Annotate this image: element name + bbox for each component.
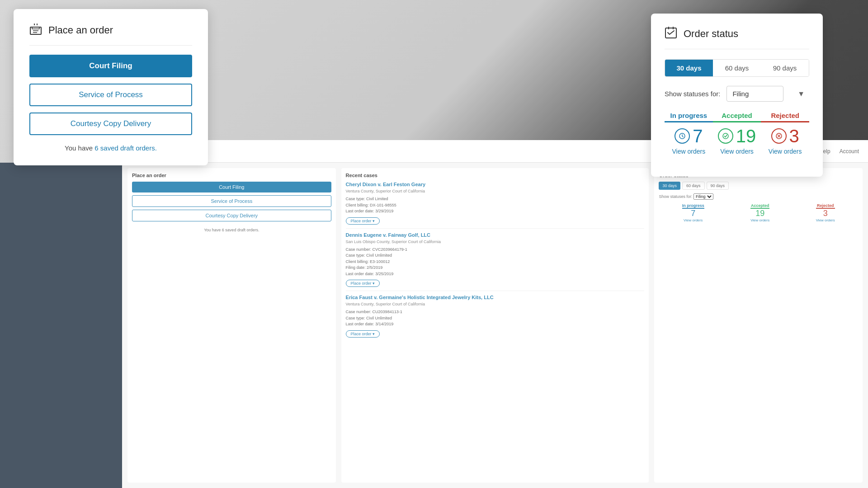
inprogress-number: 7 — [693, 127, 703, 145]
inprogress-view-orders[interactable]: View orders — [665, 148, 713, 155]
order-status-header: Order status — [665, 26, 809, 49]
bg-case1-order-btn[interactable]: Place order ▾ — [346, 217, 380, 225]
rejected-number: 3 — [789, 127, 799, 145]
bg-inprogress-link[interactable]: View orders — [682, 218, 704, 222]
rejected-count-row: 3 — [761, 127, 809, 145]
select-wrapper: Filing All Service Courtesy Copy ▼ — [726, 86, 809, 102]
status-col-rejected: Rejected 3 View orders — [761, 112, 809, 155]
select-arrow-icon: ▼ — [797, 90, 805, 98]
bg-draft-text: You have 6 saved draft orders. — [132, 228, 331, 232]
service-of-process-button[interactable]: Service of Process — [29, 84, 192, 106]
bg-place-order-title: Place an order — [132, 173, 331, 178]
bg-place-order-card: Place an order Court Filing Service of P… — [127, 168, 336, 483]
bg-recent-cases-card: Recent cases Cheryl Dixon v. Earl Feston… — [341, 168, 649, 483]
svg-rect-3 — [37, 23, 38, 25]
inprogress-label: In progress — [665, 112, 713, 122]
svg-rect-1 — [32, 27, 39, 29]
order-status-title: Order status — [684, 28, 738, 40]
court-filing-button[interactable]: Court Filing — [29, 55, 192, 77]
order-status-icon — [665, 26, 677, 42]
bg-main: Place an order Court Filing Service of P… — [122, 163, 868, 488]
accepted-icon — [718, 128, 733, 144]
place-order-header: Place an order — [29, 23, 192, 46]
bg-status-select[interactable]: Filing — [693, 193, 713, 200]
courtesy-copy-button[interactable]: Courtesy Copy Delivery — [29, 113, 192, 135]
rejected-icon — [771, 128, 787, 144]
inprogress-count-row: 7 — [665, 127, 713, 145]
rejected-label: Rejected — [761, 112, 809, 122]
bg-case-1: Cheryl Dixon v. Earl Feston Geary Ventur… — [346, 182, 645, 225]
bg-60days[interactable]: 60 days — [682, 182, 705, 190]
show-statuses-label: Show statuses for: — [665, 90, 720, 98]
bg-accepted-link[interactable]: View orders — [750, 218, 769, 222]
bg-left-panel — [0, 163, 122, 488]
svg-point-8 — [723, 133, 728, 139]
accepted-label: Accepted — [713, 112, 761, 122]
inprogress-icon — [675, 128, 690, 144]
place-order-icon — [29, 23, 42, 38]
svg-rect-2 — [34, 23, 35, 25]
status-col-inprogress: In progress 7 View orders — [665, 112, 713, 155]
bg-case3-order-btn[interactable]: Place order ▾ — [346, 330, 380, 338]
accepted-count-row: 19 — [713, 127, 761, 145]
bg-court-filing-btn[interactable]: Court Filing — [132, 182, 331, 192]
rejected-view-orders[interactable]: View orders — [761, 148, 809, 155]
status-col-accepted: Accepted 19 View orders — [713, 112, 761, 155]
bg-nav-account: Account — [840, 148, 859, 155]
bg-courtesy-btn[interactable]: Courtesy Copy Delivery — [132, 210, 331, 221]
saved-drafts-link[interactable]: 6 saved draft orders. — [94, 144, 157, 152]
tab-60-days[interactable]: 60 days — [713, 60, 761, 76]
accepted-number: 19 — [736, 127, 756, 145]
place-order-title: Place an order — [48, 24, 113, 36]
days-tabs: 30 days 60 days 90 days — [665, 59, 809, 77]
bg-case-2: Dennis Eugene v. Fairway Golf, LLC San L… — [346, 232, 645, 287]
bg-recent-cases-title: Recent cases — [346, 173, 645, 178]
bg-30days[interactable]: 30 days — [659, 182, 680, 190]
bg-rejected-link[interactable]: View orders — [816, 218, 835, 222]
show-statuses-select[interactable]: Filing All Service Courtesy Copy — [726, 86, 783, 102]
bg-order-status-card: Order status 30 days 60 days 90 days Sho… — [654, 168, 863, 483]
show-statuses-row: Show statuses for: Filing All Service Co… — [665, 86, 809, 102]
order-status-card: Order status 30 days 60 days 90 days Sho… — [651, 14, 823, 177]
accepted-view-orders[interactable]: View orders — [713, 148, 761, 155]
tab-30-days[interactable]: 30 days — [665, 60, 713, 76]
saved-drafts-text: You have 6 saved draft orders. — [29, 144, 192, 152]
bg-case2-order-btn[interactable]: Place order ▾ — [346, 280, 380, 287]
tab-90-days[interactable]: 90 days — [761, 60, 809, 76]
bg-case-3: Erica Faust v. Germaine's Holistic Integ… — [346, 295, 645, 338]
status-columns: In progress 7 View orders Accepted — [665, 112, 809, 155]
place-order-card: Place an order Court Filing Service of P… — [14, 9, 208, 165]
bg-service-btn[interactable]: Service of Process — [132, 195, 331, 207]
bg-90days[interactable]: 90 days — [707, 182, 729, 190]
